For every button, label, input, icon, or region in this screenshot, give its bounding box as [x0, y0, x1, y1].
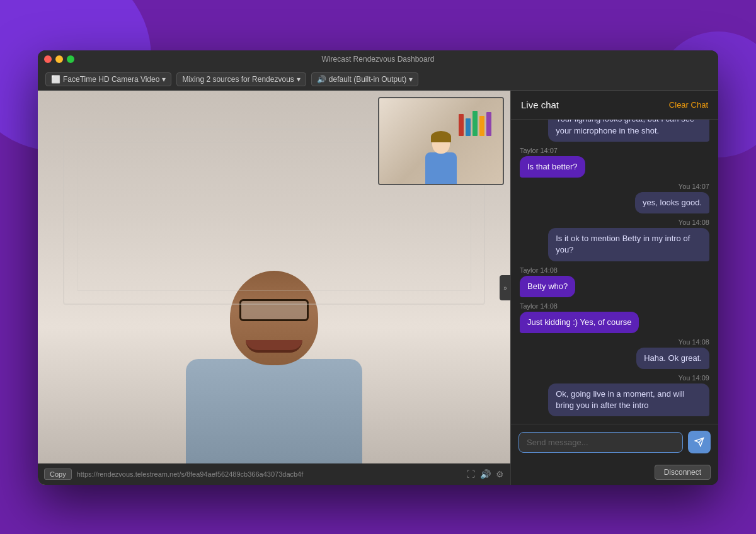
message-row: Taylor 14:08Betty who?	[520, 266, 709, 297]
maximize-button[interactable]	[67, 55, 74, 63]
chat-title: Live chat	[521, 99, 559, 110]
traffic-lights	[44, 55, 74, 63]
message-row: Taylor 14:07Is that better?	[520, 147, 709, 178]
message-meta: Taylor 14:08	[520, 266, 709, 274]
chat-header: Live chat Clear Chat	[511, 91, 718, 120]
chat-input-area	[511, 424, 718, 460]
woman-figure	[425, 134, 457, 184]
send-button[interactable]	[688, 431, 711, 453]
output-label: default (Built-in Output)	[329, 75, 406, 84]
message-row: You 14:07yes, looks good.	[520, 183, 709, 213]
message-row: Taylor 14:08Just kidding :) Yes, of cour…	[520, 302, 709, 333]
message-input[interactable]	[518, 432, 683, 453]
close-button[interactable]	[44, 55, 52, 63]
disconnect-button[interactable]: Disconnect	[655, 465, 711, 480]
window-title: Wirecast Rendezvous Dashboard	[322, 55, 435, 64]
message-bubble: Your lighting looks great, but I can see…	[548, 120, 709, 142]
volume-icon[interactable]: 🔊	[480, 469, 491, 479]
message-meta: You 14:08	[520, 338, 709, 346]
message-row: You 14:07Your lighting looks great, but …	[520, 120, 709, 142]
stream-url: https://rendezvous.telestream.net/s/8fea…	[77, 470, 461, 478]
book-1	[459, 114, 464, 136]
camera-label: FaceTime HD Camera Video	[63, 75, 159, 84]
mouth	[246, 340, 302, 353]
shelf-bg	[459, 105, 496, 136]
minimize-button[interactable]	[55, 55, 63, 63]
message-bubble: Is it ok to mention Betty in my intro of…	[548, 228, 709, 261]
message-row: You 14:08Haha. Ok great.	[520, 338, 709, 369]
mixing-selector[interactable]: Mixing 2 sources for Rendezvous ▾	[176, 72, 306, 86]
bottom-icons: ⛶ 🔊 ⚙	[466, 469, 504, 479]
woman-hair	[431, 131, 451, 142]
output-selector[interactable]: 🔊 default (Built-in Output) ▾	[311, 72, 418, 86]
message-row: You 14:09Ok, going live in a moment, and…	[520, 374, 709, 416]
disconnect-area: Disconnect	[511, 460, 718, 485]
message-bubble: Haha. Ok great.	[636, 348, 709, 369]
message-bubble: yes, looks good.	[635, 192, 709, 213]
speaker-icon: 🔊	[317, 75, 326, 84]
toolbar: ⬜ FaceTime HD Camera Video ▾ Mixing 2 so…	[38, 68, 718, 91]
messages-area[interactable]: You 14:06We're live in 5, you ready?Tayl…	[511, 120, 718, 424]
title-bar: Wirecast Rendezvous Dashboard	[38, 50, 718, 68]
camera-selector[interactable]: ⬜ FaceTime HD Camera Video ▾	[45, 72, 171, 86]
mixing-label: Mixing 2 sources for Rendezvous	[182, 75, 294, 84]
woman-body	[425, 152, 457, 184]
woman-head	[432, 134, 450, 154]
message-meta: You 14:08	[520, 219, 709, 226]
book-4	[479, 116, 484, 136]
camera-icon: ⬜	[51, 75, 60, 84]
book-2	[466, 118, 471, 136]
bottom-bar: Copy https://rendezvous.telestream.net/s…	[38, 463, 510, 485]
chat-section: Live chat Clear Chat You 14:06We're live…	[510, 91, 718, 485]
fullscreen-icon[interactable]: ⛶	[466, 469, 475, 479]
clear-chat-button[interactable]: Clear Chat	[669, 100, 708, 110]
collapse-panel-button[interactable]: »	[500, 275, 510, 300]
video-section: » Taylor Copy https://rendezvous.telestr…	[38, 91, 510, 485]
message-row: You 14:08Is it ok to mention Betty in my…	[520, 219, 709, 261]
camera-chevron-icon: ▾	[162, 75, 166, 84]
preview-video	[378, 97, 504, 185]
message-bubble: Ok, going live in a moment, and will bri…	[548, 383, 709, 416]
mixing-chevron-icon: ▾	[297, 75, 301, 84]
main-content: » Taylor Copy https://rendezvous.telestr…	[38, 91, 718, 485]
message-bubble: Is that better?	[520, 156, 585, 178]
message-meta: You 14:07	[520, 183, 709, 190]
main-window: Wirecast Rendezvous Dashboard ⬜ FaceTime…	[38, 50, 718, 485]
message-meta: Taylor 14:07	[520, 147, 709, 154]
output-chevron-icon: ▾	[409, 75, 413, 84]
book-5	[486, 112, 491, 136]
book-3	[472, 111, 478, 136]
message-meta: Taylor 14:08	[520, 302, 709, 310]
copy-url-button[interactable]: Copy	[44, 469, 72, 480]
message-meta: You 14:09	[520, 374, 709, 382]
settings-icon[interactable]: ⚙	[496, 469, 504, 479]
message-bubble: Just kidding :) Yes, of course	[520, 312, 639, 333]
message-bubble: Betty who?	[520, 276, 575, 297]
preview-video-inner	[379, 98, 503, 184]
